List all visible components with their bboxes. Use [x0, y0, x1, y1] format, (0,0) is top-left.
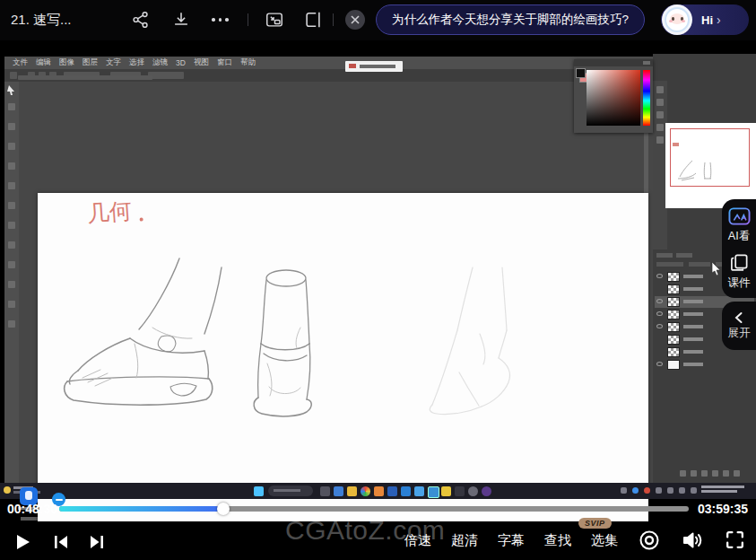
taskbar-app-icon[interactable]: [455, 486, 465, 496]
ai-assistant-button[interactable]: Hi ›: [661, 4, 749, 35]
episodes-button[interactable]: SVIP 选集: [591, 532, 618, 549]
mouse-cursor: [711, 262, 721, 276]
ps-canvas-area: 几何: [19, 82, 653, 484]
expand-button[interactable]: 展开: [722, 302, 756, 350]
expand-label: 展开: [728, 326, 751, 341]
courseware-icon: [729, 252, 750, 273]
ps-options-row2: [18, 75, 152, 80]
ai-question-text: 为什么作者今天想分享关于脚部的绘画技巧?: [392, 12, 629, 28]
total-duration: 03:59:35: [698, 502, 748, 516]
taskbar-app-icon[interactable]: [387, 486, 397, 496]
close-icon[interactable]: [345, 10, 365, 30]
chevron-left-icon: [733, 311, 745, 324]
speed-button[interactable]: 倍速: [404, 532, 431, 549]
volume-button[interactable]: [681, 529, 704, 552]
ps-tool-bar: [4, 82, 19, 484]
color-gradient-field[interactable]: [587, 70, 640, 126]
video-frame[interactable]: 文件编辑图像 图层文字选择 滤镜3D视图 窗口帮助: [0, 40, 756, 499]
taskbar-app-icon[interactable]: [320, 486, 330, 496]
svip-badge: SVIP: [578, 518, 612, 529]
next-episode-button[interactable]: [86, 531, 109, 555]
ai-question-pill[interactable]: 为什么作者今天想分享关于脚部的绘画技巧?: [376, 4, 645, 35]
taskbar-app-icon[interactable]: [347, 486, 357, 496]
record-button[interactable]: [638, 529, 661, 552]
video-player-app: 21. 速写...: [0, 0, 756, 560]
fullscreen-button[interactable]: [724, 529, 747, 552]
panel-header: [574, 59, 653, 66]
more-icon[interactable]: [212, 10, 231, 30]
ps-document-tab: [345, 61, 403, 72]
progress-handle[interactable]: [217, 503, 230, 515]
taskbar-app-icon[interactable]: [468, 486, 478, 496]
taskbar-app-icon[interactable]: [441, 486, 451, 496]
divider: [248, 13, 248, 26]
assistant-avatar: [662, 4, 692, 35]
taskbar-app-icon[interactable]: [428, 486, 439, 498]
courseware-button[interactable]: 课件: [728, 252, 751, 291]
start-button[interactable]: [254, 486, 264, 496]
progress-row: 00:48:30 03:59:35: [0, 499, 756, 521]
quality-button[interactable]: 超清: [451, 532, 478, 549]
right-controls: 倍速 超清 字幕 查找 SVIP 选集: [404, 521, 747, 560]
drawing-canvas[interactable]: 几何: [38, 193, 648, 521]
navigator-annotation-mark: [673, 143, 679, 146]
subtitle-button[interactable]: 字幕: [498, 532, 525, 549]
progress-fill: [59, 506, 223, 512]
system-tray[interactable]: [621, 487, 697, 494]
taskbar-app-icon[interactable]: [374, 486, 384, 496]
ps-color-picker-panel: [574, 59, 653, 133]
control-bar: 倍速 超清 字幕 查找 SVIP 选集: [0, 521, 756, 560]
chevron-right-icon: ›: [717, 13, 721, 27]
navigator-panel: [665, 123, 756, 208]
courseware-label: 课件: [728, 276, 751, 291]
taskbar-app-icon[interactable]: [401, 486, 411, 496]
assistant-label: Hi: [701, 13, 713, 27]
current-time: 00:48:30: [7, 502, 57, 516]
windows-taskbar: [0, 483, 756, 499]
ai-view-button[interactable]: AI看: [728, 206, 751, 244]
side-button-stack: AI看 课件: [722, 199, 756, 298]
mirror-flip-icon[interactable]: [303, 10, 323, 30]
share-icon[interactable]: [131, 10, 151, 30]
taskbar-clock: [701, 486, 744, 494]
hue-strip[interactable]: [643, 70, 650, 126]
taskbar-app-icon[interactable]: [361, 486, 370, 496]
divider: [333, 13, 334, 26]
ai-view-label: AI看: [728, 229, 750, 244]
taskbar-search[interactable]: [268, 486, 313, 496]
ai-view-icon: [728, 206, 751, 226]
layer-row[interactable]: [655, 359, 754, 371]
pip-icon[interactable]: [265, 10, 284, 30]
taskbar-app-icon[interactable]: [334, 486, 343, 496]
taskbar-app-icon[interactable]: [482, 486, 491, 496]
previous-episode-button[interactable]: [50, 531, 74, 555]
foreground-swatch[interactable]: [576, 68, 586, 78]
download-icon[interactable]: [171, 10, 191, 30]
video-title: 21. 速写...: [11, 12, 72, 29]
taskbar-app-icon[interactable]: [414, 486, 424, 496]
progress-bar[interactable]: [59, 506, 689, 512]
find-button[interactable]: 查找: [544, 532, 571, 549]
layers-footer-icons[interactable]: [680, 470, 740, 477]
sketch-drawing: [38, 193, 648, 521]
top-bar: 21. 速写...: [0, 0, 756, 40]
play-button[interactable]: [12, 531, 35, 555]
